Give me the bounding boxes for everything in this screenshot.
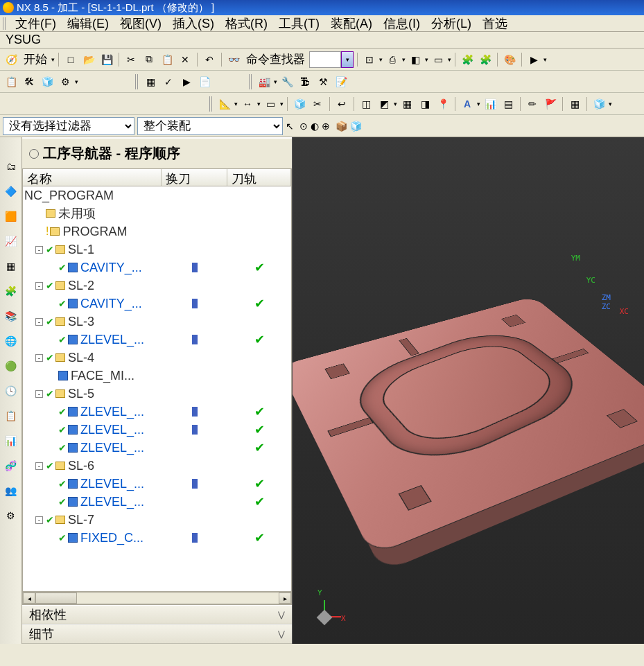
flag-icon[interactable]: 🚩 [542, 96, 559, 112]
scroll-right-icon[interactable]: ▸ [279, 593, 291, 604]
tree-row[interactable]: 未用项 [23, 204, 291, 222]
view3d-icon[interactable]: 🧊 [591, 96, 607, 112]
glasses-icon[interactable]: 👓 [225, 51, 242, 68]
toolbar-grip-icon[interactable] [3, 17, 7, 30]
create-geometry-icon[interactable]: 🧊 [39, 73, 55, 90]
text-a-icon[interactable]: A [459, 96, 476, 112]
tree-row[interactable]: ✔ZLEVEL_...✔ [23, 439, 291, 457]
graphics-viewport[interactable]: XC ZM ZC YC YM Y X [293, 137, 644, 644]
snap-end-icon[interactable]: ⊙ [299, 121, 308, 132]
menu-info[interactable]: 信息(I) [378, 15, 426, 32]
component-select-icon[interactable]: 🧩 [477, 51, 494, 68]
expand-toggle-icon[interactable]: - [35, 246, 43, 254]
machine-tool-tab-icon[interactable]: 🔷 [3, 183, 19, 200]
open-icon[interactable]: 📂 [80, 51, 97, 68]
expand-toggle-icon[interactable]: - [35, 318, 43, 326]
delete-icon[interactable]: ✕ [177, 51, 193, 68]
geometry-tab-icon[interactable]: 🟧 [3, 208, 19, 225]
rect-icon[interactable]: ▭ [262, 96, 279, 112]
tree-row[interactable]: NC_PROGRAM [23, 186, 291, 204]
node-label[interactable]: SL-6 [68, 459, 94, 473]
tree-row[interactable]: ✔ZLEVEL_...✔ [23, 331, 291, 349]
user-tab-icon[interactable]: 👥 [3, 482, 19, 499]
menu-file[interactable]: 文件(F) [10, 15, 62, 32]
node-label[interactable]: SL-1 [68, 243, 94, 257]
sketch-icon[interactable]: 📐 [216, 96, 233, 112]
table-icon[interactable]: ▦ [566, 96, 583, 112]
node-label[interactable]: ZLEVEL_... [80, 477, 144, 491]
verify-icon[interactable]: ✓ [160, 73, 177, 90]
tree-row[interactable]: !PROGRAM [23, 222, 291, 240]
col-tool[interactable]: 换刀 [162, 169, 227, 186]
window-icon[interactable]: ▭ [430, 51, 446, 68]
node-label[interactable]: SL-3 [68, 315, 94, 329]
library-tab-icon[interactable]: 📚 [3, 308, 19, 324]
expand-toggle-icon[interactable]: - [35, 390, 43, 398]
copy-icon[interactable]: ⧉ [141, 51, 157, 68]
tree-row[interactable]: ✔ZLEVEL_...✔ [23, 475, 291, 493]
simulate-icon[interactable]: ▶ [178, 73, 195, 90]
start-icon[interactable]: 🧭 [3, 51, 19, 68]
node-label[interactable]: 未用项 [58, 205, 96, 222]
measure-icon[interactable]: ↔ [239, 96, 256, 112]
snap-mid-icon[interactable]: ◐ [311, 121, 319, 132]
tree-row[interactable]: -✔SL-7 [23, 511, 291, 529]
expand-toggle-icon[interactable]: - [35, 354, 43, 362]
pin-icon[interactable] [29, 149, 39, 159]
help-tab-icon[interactable]: 🧬 [3, 457, 19, 474]
color-icon[interactable]: 🎨 [501, 51, 518, 68]
node-label[interactable]: ZLEVEL_... [80, 333, 144, 347]
horizontal-scrollbar[interactable]: ◂ ▸ [22, 592, 292, 604]
view-fit-icon[interactable]: ⊡ [361, 51, 378, 68]
undo2-icon[interactable]: ↩ [333, 96, 350, 112]
notes-icon[interactable]: 📝 [333, 73, 349, 90]
box-a-icon[interactable]: 📦 [336, 121, 347, 132]
setup-icon[interactable]: ⚒ [315, 73, 331, 90]
globe-tab-icon[interactable]: 🟢 [3, 358, 19, 374]
undo-icon[interactable]: ↶ [201, 51, 218, 68]
node-label[interactable]: SL-4 [68, 351, 94, 365]
settings-tab-icon[interactable]: ⚙ [3, 507, 19, 524]
node-label[interactable]: CAVITY_... [80, 297, 142, 311]
tree-row[interactable]: ✔ZLEVEL_...✔ [23, 403, 291, 421]
menu-format[interactable]: 格式(R) [220, 15, 273, 32]
part-model[interactable] [293, 297, 644, 556]
cut-icon[interactable]: ✂ [123, 51, 139, 68]
scissors-icon[interactable]: ✂ [309, 96, 326, 112]
generate-icon[interactable]: ▦ [142, 73, 159, 90]
menu-tools[interactable]: 工具(T) [273, 15, 325, 32]
menu-view[interactable]: 视图(V) [114, 15, 167, 32]
menu-analysis[interactable]: 分析(L) [426, 15, 477, 32]
expand-toggle-icon[interactable]: - [35, 462, 43, 470]
new-icon[interactable]: □ [62, 51, 79, 68]
create-tool-icon[interactable]: 🛠 [21, 73, 37, 90]
node-label[interactable]: CAVITY_... [80, 261, 142, 275]
history-tab-icon[interactable]: 🕓 [3, 383, 19, 399]
toolbar-grip-icon[interactable] [249, 74, 253, 89]
accordion-dependencies[interactable]: 相依性 ⋁ [22, 605, 292, 624]
roles-tab-icon[interactable]: 📊 [3, 432, 19, 449]
menu-assemblies[interactable]: 装配(A) [325, 15, 378, 32]
cube2-icon[interactable]: 🧊 [291, 96, 308, 112]
pin-icon[interactable]: 📍 [435, 96, 451, 112]
node-label[interactable]: FIXED_C... [80, 531, 143, 545]
box-b-icon[interactable]: 🧊 [350, 121, 362, 132]
command-finder-label[interactable]: 命令查找器 [243, 51, 308, 67]
cube-icon[interactable]: ◧ [407, 51, 424, 68]
expand-toggle-icon[interactable]: - [35, 516, 43, 524]
post-icon[interactable]: 📄 [196, 73, 213, 90]
tree-row[interactable]: FACE_MI... [23, 367, 291, 385]
create-method-icon[interactable]: ⚙ [57, 73, 73, 90]
col-name[interactable]: 名称 [23, 169, 162, 186]
paste-icon[interactable]: 📋 [159, 51, 175, 68]
snap-ctr-icon[interactable]: ⊕ [322, 121, 330, 132]
node-label[interactable]: SL-5 [68, 387, 94, 401]
tree-row[interactable]: -✔SL-5 [23, 385, 291, 403]
box1-icon[interactable]: ◫ [358, 96, 374, 112]
tree-row[interactable]: -✔SL-2 [23, 277, 291, 295]
arrow-right-icon[interactable]: ▶ [525, 51, 542, 68]
tree-row[interactable]: -✔SL-1 [23, 240, 291, 258]
scroll-thumb[interactable] [35, 593, 77, 604]
node-label[interactable]: SL-2 [68, 279, 94, 293]
filter-scope-select[interactable]: 整个装配 [137, 117, 283, 135]
